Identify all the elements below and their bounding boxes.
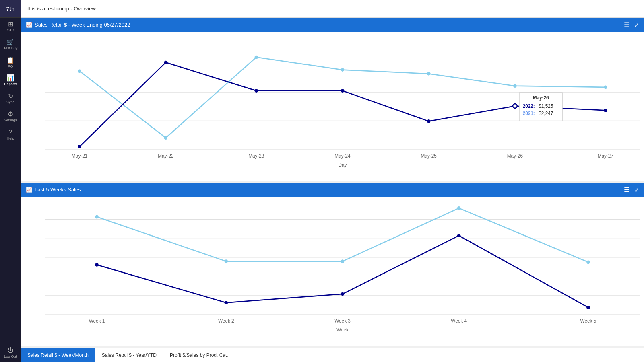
- svg-text:May-24: May-24: [334, 153, 351, 159]
- svg-point-78: [586, 260, 590, 264]
- chart1-header-left: 📈 Sales Retail $ - Week Ending 05/27/202…: [26, 22, 130, 28]
- tab-profit[interactable]: Profit $/Sales by Prod. Cat.: [163, 348, 235, 362]
- svg-point-29: [341, 68, 345, 72]
- topbar: this is a test comp - Overview: [21, 0, 644, 18]
- test-buy-icon: 🛒: [6, 39, 14, 45]
- sidebar-label-settings: Settings: [4, 118, 17, 123]
- svg-text:Week 5: Week 5: [580, 318, 597, 324]
- svg-point-33: [78, 145, 81, 148]
- sidebar-item-otb[interactable]: ⊞ OTB: [0, 18, 21, 36]
- chart1-expand-icon[interactable]: ⤢: [634, 22, 639, 28]
- svg-point-80: [225, 301, 228, 304]
- bottom-tabs: Sales Retail $ - Week/Month Sales Retail…: [21, 348, 644, 362]
- sidebar-item-help[interactable]: ? Help: [0, 126, 21, 144]
- svg-text:2022:: 2022:: [523, 103, 535, 109]
- sidebar-item-settings[interactable]: ⚙ Settings: [0, 108, 21, 126]
- svg-point-35: [255, 89, 258, 93]
- chart2-section: 📈 Last 5 Weeks Sales ☰ ⤢: [21, 183, 644, 346]
- app-logo[interactable]: 7th: [0, 0, 21, 18]
- chart2-title: Last 5 Weeks Sales: [35, 187, 81, 193]
- svg-point-81: [341, 292, 345, 296]
- svg-text:May-22: May-22: [158, 153, 173, 159]
- svg-text:May-26: May-26: [507, 153, 523, 159]
- svg-point-27: [164, 136, 168, 140]
- svg-text:May-23: May-23: [248, 153, 264, 159]
- svg-point-74: [95, 215, 99, 219]
- chart2-header-left: 📈 Last 5 Weeks Sales: [26, 187, 81, 193]
- svg-point-30: [427, 72, 431, 76]
- svg-text:Week: Week: [336, 327, 349, 333]
- svg-point-76: [341, 259, 345, 263]
- svg-point-77: [457, 206, 461, 210]
- svg-point-75: [225, 259, 228, 263]
- svg-point-28: [255, 56, 258, 59]
- page-title: this is a test comp - Overview: [27, 6, 96, 12]
- sidebar: 7th ⊞ OTB 🛒 Test Buy 📋 PO 📊 Reports ↻ Sy…: [0, 0, 21, 362]
- svg-text:May-25: May-25: [421, 153, 437, 159]
- charts-area: 📈 Sales Retail $ - Week Ending 05/27/202…: [21, 18, 644, 348]
- chart1-header: 📈 Sales Retail $ - Week Ending 05/27/202…: [21, 18, 644, 32]
- sidebar-item-po[interactable]: 📋 PO: [0, 54, 21, 72]
- sync-icon: ↻: [8, 93, 13, 99]
- svg-point-32: [604, 86, 607, 89]
- sidebar-label-test-buy: Test Buy: [4, 46, 18, 51]
- chart2-svg: $5,000 $7,500 $10,000 $12,500 $15,000 $1…: [45, 201, 640, 336]
- sidebar-label-reports: Reports: [4, 82, 17, 86]
- otb-icon: ⊞: [8, 21, 13, 27]
- svg-point-26: [78, 69, 81, 73]
- chart1-title: Sales Retail $ - Week Ending 05/27/2022: [35, 22, 130, 28]
- svg-point-34: [164, 61, 168, 64]
- svg-point-38: [513, 104, 517, 108]
- chart2-line-icon: 📈: [26, 187, 32, 193]
- help-icon: ?: [9, 129, 12, 136]
- svg-text:Week 3: Week 3: [334, 318, 351, 324]
- svg-text:May-27: May-27: [598, 153, 613, 159]
- tab-year-ytd[interactable]: Sales Retail $ - Year/YTD: [95, 348, 163, 362]
- chart1-line-icon: 📈: [26, 22, 32, 28]
- chart2-expand-icon[interactable]: ⤢: [634, 187, 639, 193]
- sidebar-item-sync[interactable]: ↻ Sync: [0, 90, 21, 108]
- svg-point-82: [457, 234, 461, 237]
- logout-icon: ⏻: [7, 347, 14, 354]
- sidebar-label-sync: Sync: [6, 100, 14, 105]
- sidebar-item-logout[interactable]: ⏻ Log Out: [0, 344, 21, 362]
- svg-point-39: [604, 109, 607, 112]
- sidebar-item-test-buy[interactable]: 🛒 Test Buy: [0, 36, 21, 54]
- sidebar-label-otb: OTB: [7, 28, 14, 33]
- svg-text:Week 1: Week 1: [89, 318, 105, 324]
- sidebar-item-reports[interactable]: 📊 Reports: [0, 72, 21, 90]
- sidebar-label-help: Help: [7, 136, 14, 141]
- chart2-body: $5,000 $7,500 $10,000 $12,500 $15,000 $1…: [21, 197, 644, 348]
- svg-point-79: [95, 263, 99, 267]
- svg-text:Day: Day: [339, 162, 347, 168]
- chart1-menu-icon[interactable]: ☰: [624, 21, 630, 29]
- main-content: this is a test comp - Overview 📈 Sales R…: [21, 0, 644, 362]
- svg-text:$1,525: $1,525: [539, 103, 553, 109]
- svg-text:Week 4: Week 4: [451, 318, 467, 324]
- svg-text:May-26: May-26: [533, 95, 549, 101]
- svg-text:May-21: May-21: [72, 153, 88, 159]
- sidebar-label-logout: Log Out: [4, 354, 17, 359]
- po-icon: 📋: [6, 57, 14, 64]
- reports-icon: 📊: [6, 75, 14, 81]
- chart1-body: $0 $1,000 $2,000 $3,000 $4,000 May-21 Ma…: [21, 32, 644, 187]
- svg-point-31: [513, 84, 517, 88]
- tab-week-month[interactable]: Sales Retail $ - Week/Month: [21, 348, 95, 362]
- svg-text:2021:: 2021:: [523, 111, 535, 116]
- sidebar-label-po: PO: [8, 64, 13, 69]
- svg-point-36: [341, 89, 345, 93]
- chart1-section: 📈 Sales Retail $ - Week Ending 05/27/202…: [21, 18, 644, 181]
- svg-text:Week 2: Week 2: [218, 318, 234, 324]
- svg-point-37: [427, 119, 431, 123]
- svg-text:$2,247: $2,247: [539, 111, 553, 116]
- svg-point-83: [586, 306, 590, 309]
- settings-icon: ⚙: [8, 111, 13, 117]
- chart1-svg: $0 $1,000 $2,000 $3,000 $4,000 May-21 Ma…: [45, 36, 640, 171]
